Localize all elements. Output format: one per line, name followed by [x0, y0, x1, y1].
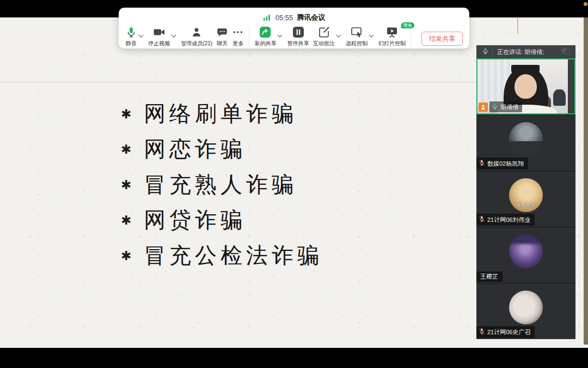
slide-bullet-text: 冒充熟人诈骗	[144, 170, 297, 200]
manage-members-label: 管理成员(21)	[181, 40, 212, 47]
microphone-icon	[125, 25, 137, 39]
slide-bullet-text: 网恋诈骗	[144, 134, 246, 164]
end-share-button[interactable]: 结束共享	[421, 32, 463, 46]
person-icon	[191, 25, 203, 39]
free-trial-badge: 限免	[401, 22, 414, 28]
slide-bullet: ✱ 网贷诈骗	[121, 202, 323, 238]
header-divider	[492, 49, 493, 56]
meeting-status-bar: 05:55 腾讯会议	[119, 8, 469, 23]
participant-name-row: 胡倩倩	[479, 101, 522, 112]
manage-members-button[interactable]: 管理成员(21)	[181, 25, 212, 47]
bullet-asterisk-icon: ✱	[121, 107, 144, 121]
slide-bullet-text: 网络刷单诈骗	[144, 99, 297, 129]
new-share-chevron-down-icon[interactable]	[277, 30, 283, 40]
meeting-logo-icon[interactable]	[562, 48, 571, 56]
annotation-chevron-down-icon[interactable]	[336, 30, 341, 40]
now-speaking-label: 正在讲话: 胡倩倩;	[497, 48, 562, 56]
avatar-orange-cat: 我爱加班	[509, 178, 543, 212]
pause-share-button[interactable]: 暂停共享	[287, 25, 309, 47]
mute-label: 静音	[126, 40, 137, 47]
slide-bullet-list: ✱ 网络刷单诈骗 ✱ 网恋诈骗 ✱ 冒充熟人诈骗 ✱ 网贷诈骗 ✱ 冒充公检法诈…	[121, 96, 323, 273]
bottom-black-bar	[0, 348, 588, 368]
new-share-label: 新的共享	[254, 40, 276, 47]
slide-control-button[interactable]: 限免 幻灯片控制	[378, 25, 406, 47]
toolbar-divider	[249, 26, 249, 48]
speaking-mic-icon	[482, 47, 489, 57]
chat-label: 聊天	[217, 40, 228, 47]
more-button[interactable]: 更多	[232, 25, 244, 47]
participant-tile-shiguangzhao[interactable]: 21计网06史广召	[476, 283, 575, 339]
app-title: 腾讯会议	[297, 13, 325, 22]
mute-button[interactable]: 静音	[125, 25, 137, 47]
participant-name-row: 王樱芷	[476, 272, 503, 282]
bullet-asterisk-icon: ✱	[121, 142, 144, 156]
share-screen-icon	[259, 25, 272, 39]
bullet-asterisk-icon: ✱	[121, 213, 144, 227]
chat-bubble-icon	[216, 25, 228, 39]
avatar-caption: 我爱加班	[509, 202, 543, 208]
remote-control-chevron-down-icon[interactable]	[369, 30, 374, 40]
stop-video-chevron-down-icon[interactable]	[171, 30, 176, 40]
slide-control-label: 幻灯片控制	[378, 40, 406, 47]
new-share-button[interactable]: 新的共享	[254, 25, 276, 47]
desktop-edge-strip	[584, 17, 588, 345]
mic-muted-icon	[479, 159, 485, 168]
slide-control-icon	[385, 25, 399, 39]
mic-muted-icon	[479, 215, 485, 225]
slide-bullet: ✱ 冒充公检法诈骗	[121, 238, 323, 273]
remote-control-button[interactable]: 远程控制	[346, 25, 367, 47]
participant-tile-wangyingzhi[interactable]: 王樱芷	[476, 227, 575, 283]
host-badge-icon	[479, 102, 488, 112]
slide-texture-line	[517, 17, 518, 34]
bullet-asterisk-icon: ✱	[121, 178, 144, 192]
mic-muted-icon	[479, 327, 485, 337]
stop-video-label: 停止视频	[148, 40, 170, 47]
camera-active-dot	[584, 2, 587, 6]
slide-texture-seam	[0, 82, 479, 82]
participant-tile-liuweiye[interactable]: 我爱加班 21计网06刘伟业	[476, 171, 575, 227]
avatar-tom-cat	[509, 122, 543, 156]
avatar-white-cat	[509, 291, 543, 324]
meeting-toolbar: 05:55 腾讯会议 静音	[119, 8, 469, 49]
ellipsis-icon	[232, 25, 244, 39]
mute-chevron-down-icon[interactable]	[138, 30, 144, 40]
remote-control-label: 远程控制	[346, 40, 367, 47]
slide-bullet: ✱ 冒充熟人诈骗	[121, 167, 323, 202]
more-label: 更多	[232, 40, 243, 47]
sidebar-header: 正在讲话: 胡倩倩;	[476, 45, 575, 58]
remote-control-icon	[350, 25, 363, 39]
participants-sidebar: 正在讲话: 胡倩倩;	[476, 45, 575, 339]
slide-bullet-text: 冒充公检法诈骗	[144, 240, 323, 270]
pause-icon	[292, 25, 305, 39]
annotation-label: 互动批注	[313, 40, 335, 47]
annotation-button[interactable]: 互动批注	[313, 25, 335, 47]
video-camera-icon	[152, 25, 166, 39]
participant-name: 21计网06刘伟业	[487, 216, 530, 224]
pause-share-label: 暂停共享	[287, 40, 309, 47]
annotate-pen-icon	[317, 25, 330, 39]
participant-name-row: 21计网06刘伟业	[476, 214, 535, 226]
participant-tile-yangkaixiang[interactable]: 数媒02杨凯翔	[476, 115, 575, 171]
mic-on-icon	[492, 102, 498, 112]
toolbar-buttons-row: 静音 停止视频	[119, 23, 469, 48]
slide-bullet: ✱ 网恋诈骗	[121, 131, 323, 167]
stop-video-button[interactable]: 停止视频	[148, 25, 170, 47]
participant-name-row: 21计网06史广召	[476, 326, 535, 338]
bullet-asterisk-icon: ✱	[121, 249, 144, 263]
participant-name: 21计网06史广召	[487, 328, 530, 336]
slide-bullet: ✱ 网络刷单诈骗	[121, 96, 323, 131]
slide-bullet-text: 网贷诈骗	[144, 205, 246, 235]
avatar-purple-girl	[509, 234, 543, 268]
participant-name: 胡倩倩	[500, 103, 518, 111]
participant-name: 王樱芷	[480, 273, 498, 281]
toolbar-divider	[411, 26, 411, 48]
signal-strength-icon	[263, 14, 272, 21]
participant-name: 数媒02杨凯翔	[487, 160, 524, 168]
meeting-screen: ✱ 网络刷单诈骗 ✱ 网恋诈骗 ✱ 冒充熟人诈骗 ✱ 网贷诈骗 ✱ 冒充公检法诈…	[0, 0, 588, 368]
meeting-timer: 05:55	[275, 14, 293, 22]
participant-name-row: 数媒02杨凯翔	[476, 158, 528, 170]
participant-tile-huqianqian[interactable]: 胡倩倩	[476, 58, 575, 114]
chat-button[interactable]: 聊天	[216, 25, 228, 47]
